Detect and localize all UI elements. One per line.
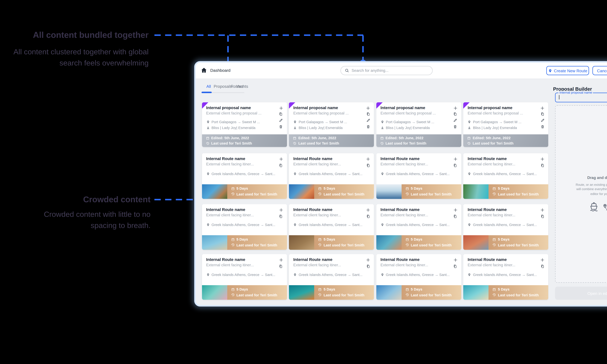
edit-icon[interactable]	[279, 118, 283, 123]
card-title: Internal proposal name	[380, 105, 425, 110]
copy-icon[interactable]	[540, 264, 544, 268]
tab-proposals[interactable]: Proposals	[214, 84, 232, 89]
copy-icon[interactable]	[279, 264, 283, 268]
route-card[interactable]: Internal Route name External client faci…	[463, 153, 548, 199]
route-card[interactable]: Internal Route name External client faci…	[376, 254, 461, 300]
card-route-row: Greek Islands Athens, Greece → Sant...	[293, 223, 362, 227]
copy-icon[interactable]	[453, 112, 457, 116]
card-route-text: Greek Islands Athens, Greece → Sant...	[473, 273, 537, 277]
edit-icon[interactable]	[366, 118, 370, 123]
card-subtitle: External client facing itiner...	[380, 162, 428, 166]
edit-icon[interactable]	[453, 118, 457, 123]
card-actions	[366, 105, 371, 131]
copy-icon[interactable]	[279, 112, 283, 116]
add-icon[interactable]	[278, 157, 283, 161]
route-card[interactable]: Internal Route name External client faci…	[463, 254, 548, 300]
add-icon[interactable]	[540, 157, 545, 161]
app-window: Dashboard Search for anything... Create …	[194, 61, 607, 307]
card-route-text: Greek Islands Athens, Greece → Sant...	[211, 273, 275, 277]
text-cursor	[559, 95, 559, 99]
last-used-row: Last used for Teri Smith	[467, 141, 513, 145]
route-card[interactable]: Internal Route name External client faci…	[289, 153, 374, 199]
add-icon[interactable]	[540, 258, 545, 262]
copy-icon[interactable]	[453, 264, 457, 268]
delete-icon[interactable]	[540, 125, 544, 129]
add-icon[interactable]	[366, 258, 371, 262]
route-card[interactable]: Internal Route name External client faci…	[376, 153, 461, 199]
copy-icon[interactable]	[366, 163, 370, 167]
copy-icon[interactable]	[540, 112, 544, 116]
route-card[interactable]: Internal Route name External client faci…	[289, 204, 374, 250]
delete-icon[interactable]	[279, 125, 283, 129]
add-icon[interactable]	[453, 258, 458, 262]
home-icon[interactable]	[201, 67, 207, 74]
days-row: 5 Days	[492, 237, 510, 242]
delete-icon[interactable]	[366, 125, 370, 129]
copy-icon[interactable]	[540, 214, 544, 218]
cancel-new-proposal-label: Cancel new proposal	[597, 68, 607, 73]
card-actions	[453, 105, 458, 131]
route-card[interactable]: Internal Route name External client faci…	[463, 204, 548, 250]
cancel-new-proposal-button[interactable]: Cancel new proposal	[593, 66, 607, 75]
open-in-editor-button[interactable]: Open in editor	[555, 287, 607, 300]
card-route-row: Greek Islands Athens, Greece → Sant...	[468, 273, 537, 277]
days-row: 5 Days	[231, 287, 248, 291]
route-card[interactable]: Internal Route name External client faci…	[202, 254, 287, 300]
add-icon[interactable]	[540, 208, 545, 212]
proposal-card[interactable]: Internal proposal name External client f…	[289, 102, 374, 147]
card-actions	[540, 157, 545, 170]
add-icon[interactable]	[453, 208, 458, 212]
tab-yachts[interactable]: Yachts	[236, 84, 248, 89]
copy-icon[interactable]	[453, 163, 457, 167]
card-actions	[453, 208, 458, 221]
pin-icon	[293, 172, 297, 176]
route-card[interactable]: Internal Route name External client faci…	[202, 153, 287, 199]
search-input[interactable]: Search for anything...	[340, 66, 433, 75]
card-actions	[366, 157, 371, 170]
add-icon[interactable]	[366, 157, 371, 161]
copy-icon[interactable]	[366, 112, 370, 116]
copy-icon[interactable]	[279, 163, 283, 167]
days-text: 5 Days	[236, 287, 248, 291]
tab-all[interactable]: All	[206, 84, 211, 89]
copy-icon[interactable]	[366, 214, 370, 218]
copy-icon[interactable]	[366, 264, 370, 268]
route-card[interactable]: Internal Route name External client faci…	[202, 204, 287, 250]
card-route-row: Port Galapagos → Sweet M ...	[206, 119, 260, 124]
card-route-row: Greek Islands Athens, Greece → Sant...	[293, 273, 362, 277]
pin-icon	[206, 273, 209, 276]
calendar-icon	[492, 187, 496, 190]
proposal-card[interactable]: Internal proposal name External client f…	[463, 102, 548, 147]
annotation-body: All content clustered together with glob…	[13, 46, 149, 68]
delete-icon[interactable]	[453, 125, 457, 129]
add-icon[interactable]	[453, 105, 458, 110]
create-new-route-button[interactable]: Create New Route	[546, 66, 589, 75]
proposal-card[interactable]: Internal proposal name External client f…	[202, 102, 287, 147]
pin-icon	[380, 223, 384, 226]
dropzone[interactable]: Drag and drop Route, or an existing prop…	[555, 105, 607, 283]
last-used-row: Last used for Teri Smith	[405, 293, 452, 297]
add-icon[interactable]	[366, 105, 371, 110]
last-used-text: Last used for Teri Smith	[411, 293, 452, 297]
internal-proposal-name-input[interactable]	[555, 93, 607, 102]
add-icon[interactable]	[453, 157, 458, 161]
card-title: Internal proposal name	[468, 105, 512, 110]
copy-icon[interactable]	[279, 214, 283, 218]
edit-icon[interactable]	[540, 118, 544, 123]
add-icon[interactable]	[278, 208, 283, 212]
last-used-row: Last used for Teri Smith	[492, 192, 539, 196]
add-icon[interactable]	[540, 105, 545, 110]
copy-icon[interactable]	[453, 214, 457, 218]
copy-icon[interactable]	[540, 163, 544, 167]
ship-icon	[206, 126, 209, 129]
calendar-icon	[318, 287, 322, 291]
route-card[interactable]: Internal Route name External client faci…	[289, 254, 374, 300]
add-icon[interactable]	[366, 208, 371, 212]
add-icon[interactable]	[278, 105, 283, 110]
add-icon[interactable]	[278, 258, 283, 262]
route-photo	[202, 285, 227, 300]
proposal-card[interactable]: Internal proposal name External client f…	[376, 102, 461, 147]
card-footer: 5 Days Last used for Teri Smith	[227, 184, 287, 199]
route-photo	[376, 285, 401, 300]
route-card[interactable]: Internal Route name External client faci…	[376, 204, 461, 250]
